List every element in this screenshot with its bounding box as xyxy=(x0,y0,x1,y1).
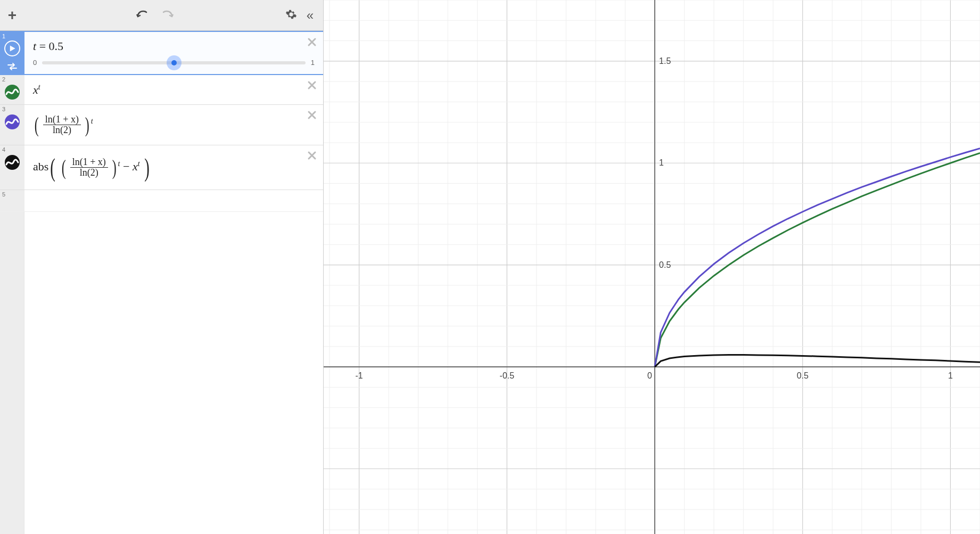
expression-row-3[interactable]: 3 ( ln(1 + x) ln(2) )t xyxy=(0,105,323,145)
wave-icon xyxy=(5,85,20,100)
row-number: 5 xyxy=(2,191,5,198)
row-number: 1 xyxy=(2,33,5,39)
curve-toggle[interactable] xyxy=(5,114,20,129)
svg-text:0: 0 xyxy=(647,371,652,380)
svg-text:1.5: 1.5 xyxy=(659,56,671,65)
svg-text:0.5: 0.5 xyxy=(659,260,671,269)
chart-canvas[interactable]: -1-0.500.510.511.5 xyxy=(324,0,980,534)
curve-toggle[interactable] xyxy=(5,85,20,100)
chevron-left-double-icon: « xyxy=(307,8,314,23)
add-icon: + xyxy=(8,7,17,24)
undo-icon xyxy=(136,8,149,23)
expression-text[interactable]: ( ln(1 + x) ln(2) )t xyxy=(33,117,93,130)
graph-area[interactable]: -1-0.500.510.511.5 xyxy=(324,0,980,534)
close-icon xyxy=(307,151,317,160)
redo-icon xyxy=(161,8,174,23)
equals: = xyxy=(36,39,48,53)
row-number: 3 xyxy=(2,106,5,112)
sup-t: t xyxy=(118,159,120,168)
delete-row-button[interactable] xyxy=(307,36,317,50)
slider-track[interactable] xyxy=(42,61,306,64)
term-x: x xyxy=(133,160,138,173)
sup-t: t xyxy=(138,159,140,168)
row-number: 4 xyxy=(2,146,5,153)
close-icon xyxy=(307,110,317,120)
expression-row-2[interactable]: 2 xt xyxy=(0,75,323,105)
fraction: ln(1 + x) ln(2) xyxy=(70,157,108,179)
row-number: 2 xyxy=(2,76,5,83)
delete-row-button[interactable] xyxy=(307,109,317,123)
sup-t: t xyxy=(91,117,93,125)
sidebar: + xyxy=(0,0,324,534)
curve-toggle[interactable] xyxy=(5,155,20,170)
wave-icon xyxy=(5,155,20,170)
expression-row-5[interactable]: 5 xyxy=(0,190,323,212)
svg-text:1: 1 xyxy=(948,371,953,380)
close-icon xyxy=(307,37,317,47)
play-button[interactable] xyxy=(4,40,20,56)
svg-text:0.5: 0.5 xyxy=(797,371,809,380)
slider[interactable]: 0 1 xyxy=(33,59,315,67)
svg-text:-0.5: -0.5 xyxy=(500,371,515,380)
redo-button[interactable] xyxy=(161,8,174,23)
add-button[interactable]: + xyxy=(8,7,17,24)
fn-abs: abs xyxy=(33,160,48,173)
gear-icon xyxy=(285,9,297,22)
delete-row-button[interactable] xyxy=(307,150,317,163)
undo-button[interactable] xyxy=(136,8,149,23)
settings-button[interactable] xyxy=(285,8,297,23)
expression-row-1[interactable]: 1 t = 0.5 xyxy=(0,31,323,75)
slider-mode-button[interactable] xyxy=(7,63,18,72)
minus: − xyxy=(123,160,133,173)
toolbar: + xyxy=(0,0,323,31)
collapse-button[interactable]: « xyxy=(307,8,314,23)
wave-icon xyxy=(5,114,20,129)
svg-text:1: 1 xyxy=(659,158,664,167)
slider-min-label[interactable]: 0 xyxy=(33,59,37,67)
expression-list: 1 t = 0.5 xyxy=(0,31,323,534)
swap-icon xyxy=(7,63,18,70)
expression-text[interactable]: t = 0.5 xyxy=(33,39,63,53)
value: 0.5 xyxy=(49,39,64,53)
svg-text:-1: -1 xyxy=(356,371,363,380)
play-icon xyxy=(9,45,16,52)
sup-t: t xyxy=(38,83,40,91)
app: + xyxy=(0,0,980,534)
expression-text[interactable]: xt xyxy=(33,83,40,96)
slider-max-label[interactable]: 1 xyxy=(311,59,315,67)
slider-thumb[interactable] xyxy=(167,55,182,70)
close-icon xyxy=(307,80,317,90)
expression-row-4[interactable]: 4 abs( ( ln(1 + x) ln(2) xyxy=(0,145,323,190)
delete-row-button[interactable] xyxy=(307,79,317,93)
term-x: x xyxy=(33,83,38,96)
expression-text[interactable]: abs( ( ln(1 + x) ln(2) )t − xt ) xyxy=(33,160,151,173)
fraction: ln(1 + x) ln(2) xyxy=(43,114,81,136)
